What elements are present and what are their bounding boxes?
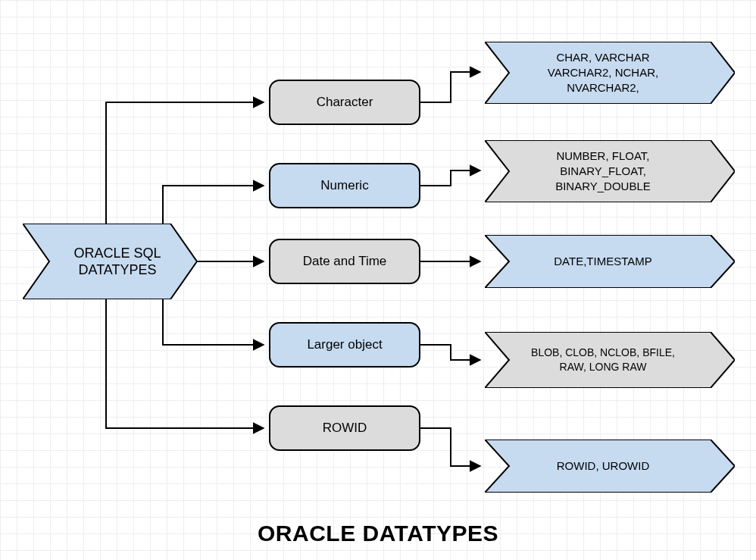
root-label: ORACLE SQL DATATYPES xyxy=(58,245,161,279)
category-label: ROWID xyxy=(323,421,367,436)
detail-date-and-time: DATE,TIMESTAMP xyxy=(485,235,735,288)
category-label: Character xyxy=(317,95,373,110)
category-label: Larger object xyxy=(307,337,382,352)
detail-label: NUMBER, FLOAT, BINARY_FLOAT, BINARY_DOUB… xyxy=(548,149,672,195)
category-larger-object: Larger object xyxy=(269,322,420,368)
detail-larger-object: BLOB, CLOB, NCLOB, BFILE, RAW, LONG RAW xyxy=(485,332,735,388)
category-character: Character xyxy=(269,80,420,125)
category-label: Numeric xyxy=(320,178,368,193)
detail-character: CHAR, VARCHAR VARCHAR2, NCHAR, NVARCHAR2… xyxy=(485,42,735,104)
detail-label: CHAR, VARCHAR VARCHAR2, NCHAR, NVARCHAR2… xyxy=(540,50,679,96)
detail-label: BLOB, CLOB, NCLOB, BFILE, RAW, LONG RAW xyxy=(523,346,696,374)
detail-rowid: ROWID, UROWID xyxy=(485,440,735,493)
root-node: ORACLE SQL DATATYPES xyxy=(23,224,197,299)
category-numeric: Numeric xyxy=(269,163,420,208)
detail-label: DATE,TIMESTAMP xyxy=(546,254,673,269)
category-label: Date and Time xyxy=(303,254,387,269)
detail-numeric: NUMBER, FLOAT, BINARY_FLOAT, BINARY_DOUB… xyxy=(485,140,735,202)
diagram-title: ORACLE DATATYPES xyxy=(0,521,756,546)
detail-label: ROWID, UROWID xyxy=(549,458,670,474)
diagram-canvas: ORACLE SQL DATATYPES Character Numeric D… xyxy=(0,0,756,560)
category-date-and-time: Date and Time xyxy=(269,239,420,284)
category-rowid: ROWID xyxy=(269,405,420,451)
